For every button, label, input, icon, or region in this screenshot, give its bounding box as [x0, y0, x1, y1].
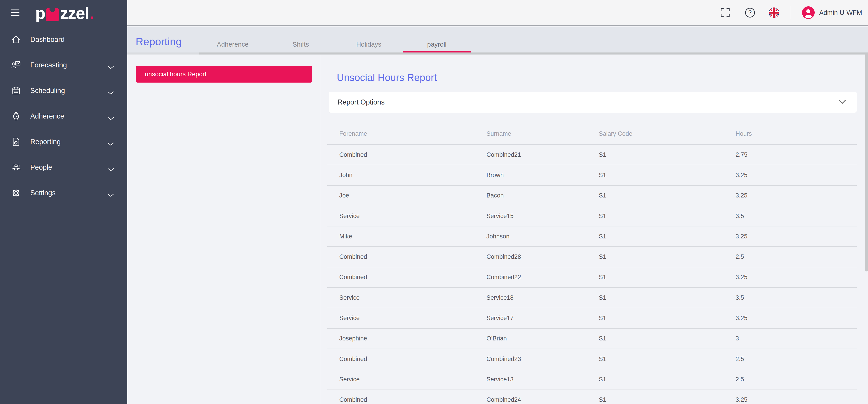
table-cell: 3.5	[723, 294, 857, 301]
table-row[interactable]: ServiceService18S13.5	[327, 288, 857, 308]
hamburger-menu-icon[interactable]	[11, 9, 20, 17]
sidebar-item-settings[interactable]: Settings	[0, 180, 127, 206]
sidebar-item-dashboard[interactable]: Dashboard	[0, 27, 127, 52]
table-cell: Combined	[327, 355, 474, 363]
table-row[interactable]: CombinedCombined23S12.5	[327, 349, 857, 369]
table-cell: 3.25	[723, 396, 857, 403]
fullscreen-icon[interactable]	[720, 8, 730, 18]
watch-icon	[11, 112, 21, 121]
table-cell: S1	[587, 355, 723, 363]
table-cell: Combined28	[474, 253, 587, 260]
sidebar-item-adherence[interactable]: Adherence	[0, 104, 127, 129]
tabstrip: Reporting Adherence Shifts Holidays payr…	[127, 27, 868, 53]
table-body: CombinedCombined21S12.75JohnBrownS13.25J…	[327, 145, 857, 404]
table-cell: Service	[327, 376, 474, 383]
tab-shifts[interactable]: Shifts	[267, 36, 335, 53]
table-row[interactable]: MikeJohnsonS13.25	[327, 226, 857, 247]
table-cell: S1	[587, 172, 723, 179]
table-cell: S1	[587, 192, 723, 199]
table-row[interactable]: ServiceService15S13.5	[327, 206, 857, 226]
logo-text: zzel	[60, 4, 89, 23]
horizontal-scrollbar-thumb[interactable]	[199, 53, 868, 55]
table-cell: Service17	[474, 315, 587, 322]
puzzel-logo: pzzel.	[35, 4, 94, 22]
logo-puzzle-piece	[46, 8, 59, 21]
gear-icon	[11, 188, 21, 198]
people-icon	[11, 163, 21, 172]
table-cell: Combined	[327, 253, 474, 260]
table-cell: Service18	[474, 294, 587, 301]
sidebar-item-label: Scheduling	[30, 87, 65, 95]
sidebar: pzzel. Dashboard Forecasting Schedulin	[0, 0, 127, 404]
content-area: unsocial hours Report Unsocial Hours Rep…	[127, 55, 868, 404]
report-table: ForenameSurnameSalary CodeHours Combined…	[327, 123, 857, 404]
sidebar-item-reporting[interactable]: Reporting	[0, 129, 127, 154]
table-row[interactable]: JosephineO’BrianS13	[327, 329, 857, 349]
report-doc-icon	[11, 137, 21, 147]
sidebar-item-label: Settings	[30, 189, 56, 197]
report-title: Unsocial Hours Report	[337, 72, 437, 83]
horizontal-scrollbar[interactable]	[127, 53, 868, 55]
language-flag-uk-icon[interactable]	[769, 7, 779, 18]
table-cell: 2.5	[723, 376, 857, 383]
report-list-item-unsocial-hours[interactable]: unsocial hours Report	[135, 66, 312, 83]
table-row[interactable]: CombinedCombined21S12.75	[327, 145, 857, 165]
avatar[interactable]	[802, 6, 815, 19]
logo-dot: .	[90, 4, 94, 23]
table-header-row: ForenameSurnameSalary CodeHours	[327, 123, 857, 145]
sidebar-item-label: People	[30, 163, 52, 171]
column-header: Surname	[474, 130, 587, 137]
table-cell: S1	[587, 335, 723, 342]
sidebar-item-label: Forecasting	[30, 61, 67, 69]
tab-holidays[interactable]: Holidays	[335, 36, 403, 53]
table-cell: 3	[723, 335, 857, 342]
column-header: Salary Code	[587, 130, 723, 137]
chevron-down-icon	[107, 63, 114, 67]
help-icon[interactable]: ?	[745, 7, 755, 18]
table-cell: 3.25	[723, 274, 857, 281]
sidebar-nav: Dashboard Forecasting Scheduling	[0, 27, 127, 206]
table-cell: O’Brian	[474, 335, 587, 342]
tab-payroll[interactable]: payroll	[403, 36, 471, 53]
table-cell: 2.75	[723, 151, 857, 158]
table-cell: S1	[587, 376, 723, 383]
chevron-down-icon[interactable]	[838, 99, 846, 105]
table-row[interactable]: JoeBaconS13.25	[327, 186, 857, 206]
table-cell: Combined	[327, 151, 474, 158]
table-cell: Brown	[474, 172, 587, 179]
home-icon	[11, 35, 21, 44]
table-cell: 3.5	[723, 213, 857, 220]
table-row[interactable]: JohnBrownS13.25	[327, 165, 857, 185]
table-cell: Service15	[474, 213, 587, 220]
table-cell: Johnson	[474, 233, 587, 240]
table-cell: 2.5	[723, 253, 857, 260]
table-cell: Bacon	[474, 192, 587, 199]
table-cell: Combined23	[474, 355, 587, 363]
report-options-label: Report Options	[338, 98, 385, 106]
report-options-panel[interactable]: Report Options	[329, 92, 857, 113]
sidebar-item-forecasting[interactable]: Forecasting	[0, 52, 127, 78]
sidebar-item-scheduling[interactable]: Scheduling	[0, 78, 127, 104]
table-cell: 3.25	[723, 315, 857, 322]
table-cell: 3.25	[723, 172, 857, 179]
table-cell: Service	[327, 213, 474, 220]
table-cell: S1	[587, 294, 723, 301]
user-name[interactable]: Admin U-WFM	[819, 9, 862, 17]
table-cell: Service	[327, 315, 474, 322]
table-cell: S1	[587, 315, 723, 322]
sidebar-item-people[interactable]: People	[0, 154, 127, 180]
table-row[interactable]: ServiceService13S12.5	[327, 369, 857, 390]
calendar-icon	[11, 86, 21, 95]
vertical-scrollbar-thumb[interactable]	[865, 53, 868, 271]
svg-text:?: ?	[748, 9, 752, 16]
topbar: ? Admin U-WFM	[127, 0, 868, 26]
table-cell: Combined	[327, 274, 474, 281]
column-header: Forename	[327, 130, 474, 137]
table-row[interactable]: CombinedCombined22S13.25	[327, 267, 857, 288]
tab-adherence[interactable]: Adherence	[199, 36, 267, 53]
table-row[interactable]: ServiceService17S13.25	[327, 308, 857, 328]
table-cell: S1	[587, 396, 723, 403]
table-row[interactable]: CombinedCombined24S13.25	[327, 390, 857, 404]
table-row[interactable]: CombinedCombined28S12.5	[327, 247, 857, 267]
column-header: Hours	[723, 130, 857, 137]
